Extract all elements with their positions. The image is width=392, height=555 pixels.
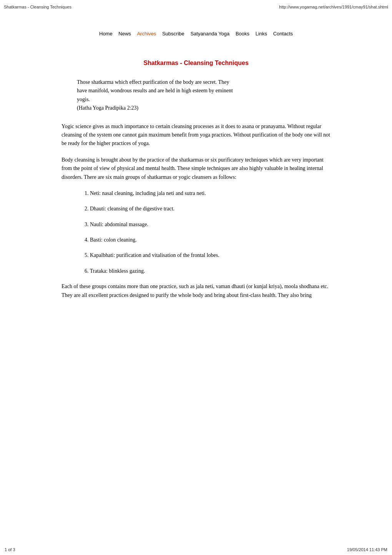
browser-title: Shatkarmas - Cleansing Techniques xyxy=(4,5,71,9)
nav-home[interactable]: Home xyxy=(99,31,113,37)
nav-links[interactable]: Links xyxy=(256,31,267,37)
navigation-bar: Home News Archives Subscribe Satyananda … xyxy=(15,31,377,37)
nav-archives[interactable]: Archives xyxy=(137,31,156,37)
list-item-4: 4. Basti: colon cleaning. xyxy=(85,236,331,244)
browser-url: http://www.yogamag.net/archives/1991/cma… xyxy=(279,5,388,9)
article-title: Shatkarmas - Cleansing Techniques xyxy=(61,60,331,67)
list-item-3: 3. Nauli: abdominal massage. xyxy=(85,220,331,229)
list-item-5: 5. Kapalbhati: purification and vitalisa… xyxy=(85,251,331,260)
quote-line3: yogis. xyxy=(77,95,331,104)
nav-contacts[interactable]: Contacts xyxy=(273,31,293,37)
nav-books[interactable]: Books xyxy=(236,31,249,37)
quote-block: Those shatkarma which effect purificatio… xyxy=(77,78,331,113)
page-info: 1 of 3 xyxy=(5,547,15,552)
list-item-1: 1. Neti: nasal cleaning, including jala … xyxy=(85,189,331,198)
list-item-6: 6. Trataka: blinkless gazing. xyxy=(85,267,331,275)
nav-satyananda-yoga[interactable]: Satyananda Yoga xyxy=(190,31,229,37)
list-item-2: 2. Dhauti: cleansing of the digestive tr… xyxy=(85,205,331,213)
footer-bar: 1 of 3 19/05/2014 11:43 PM xyxy=(0,544,392,555)
timestamp: 19/05/2014 11:43 PM xyxy=(347,547,387,552)
body-paragraph-3: Each of these groups contains more than … xyxy=(61,282,331,300)
quote-line2: have manifold, wondrous results and are … xyxy=(77,87,331,95)
quote-line1: Those shatkarma which effect purificatio… xyxy=(77,78,331,87)
article-content: Shatkarmas - Cleansing Techniques Those … xyxy=(61,60,331,300)
quote-line4: (Hatha Yoga Pradipika 2:23) xyxy=(77,104,331,112)
nav-subscribe[interactable]: Subscribe xyxy=(162,31,184,37)
nav-news[interactable]: News xyxy=(118,31,131,37)
body-paragraph-1: Yogic science gives as much importance t… xyxy=(61,122,331,148)
body-paragraph-2: Body cleansing is brought about by the p… xyxy=(61,156,331,182)
